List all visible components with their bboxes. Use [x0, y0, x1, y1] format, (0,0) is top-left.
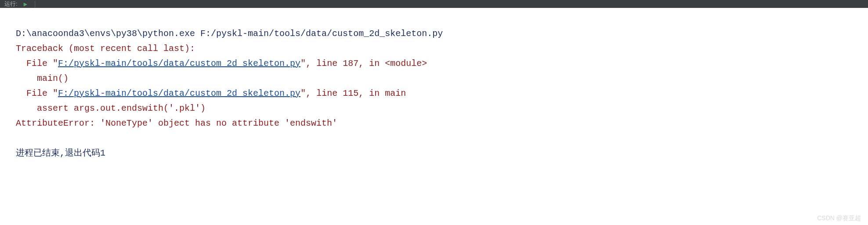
console-gutter: [0, 8, 12, 225]
toolbar-separator: │: [33, 1, 37, 7]
file-link-1[interactable]: F:/pyskl-main/tools/data/custom_2d_skele…: [58, 58, 300, 69]
toolbar-run-label: 运行:: [4, 0, 18, 8]
frame1-prefix: File ": [16, 58, 58, 69]
error-message: AttributeError: 'NoneType' object has no…: [16, 118, 337, 128]
traceback-frame-2: File "F:/pyskl-main/tools/data/custom_2d…: [16, 88, 406, 98]
exit-message: 进程已结束,退出代码1: [16, 148, 105, 158]
frame2-code: assert args.out.endswith('.pkl'): [16, 103, 206, 113]
console-output[interactable]: D:\anacoonda3\envs\py38\python.exe F:/py…: [13, 8, 868, 225]
frame1-code: main(): [16, 73, 69, 83]
frame2-suffix: ", line 115, in main: [300, 88, 406, 98]
traceback-header: Traceback (most recent call last):: [16, 44, 195, 54]
traceback-frame-1: File "F:/pyskl-main/tools/data/custom_2d…: [16, 58, 427, 69]
command-line: D:\anacoonda3\envs\py38\python.exe F:/py…: [16, 29, 443, 39]
run-toolbar: 运行: ▶ │: [0, 0, 868, 8]
frame1-suffix: ", line 187, in <module>: [300, 58, 427, 69]
file-link-2[interactable]: F:/pyskl-main/tools/data/custom_2d_skele…: [58, 88, 300, 98]
frame2-prefix: File ": [16, 88, 58, 98]
play-icon[interactable]: ▶: [24, 0, 27, 8]
watermark: CSDN @赛亚超: [817, 214, 861, 222]
